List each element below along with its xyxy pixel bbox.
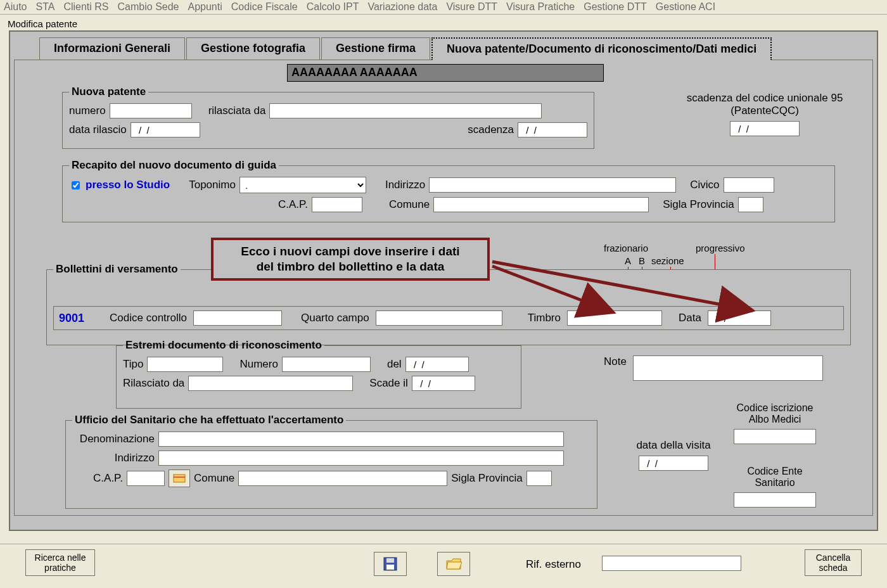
input-cap[interactable]: [312, 197, 362, 212]
menu-gestione-dtt[interactable]: Gestione DTT: [584, 1, 647, 13]
label-data: Data: [679, 312, 701, 324]
input-uff-comune[interactable]: [238, 471, 447, 486]
input-uff-sigla[interactable]: [526, 471, 552, 486]
input-data-visita[interactable]: [639, 456, 708, 471]
tab-gestione-firma[interactable]: Gestione firma: [321, 37, 430, 60]
label-denominazione: Denominazione: [72, 433, 155, 445]
tab-gestione-fotografia[interactable]: Gestione fotografia: [186, 37, 320, 60]
input-scade-il[interactable]: [412, 376, 475, 391]
group-ufficio-sanitario: Ufficio del Sanitario che ha effettuato …: [65, 414, 597, 509]
menu-aiuto[interactable]: Aiuto: [4, 1, 27, 13]
input-data[interactable]: [708, 310, 771, 326]
menu-codice-fiscale[interactable]: Codice Fiscale: [231, 1, 298, 13]
menu-sta[interactable]: STA: [35, 1, 54, 13]
input-albo-medici[interactable]: [734, 429, 816, 444]
input-del[interactable]: [405, 357, 469, 372]
select-toponimo[interactable]: .: [239, 177, 366, 193]
svg-rect-6: [386, 565, 394, 570]
label-ente-2: Sanitario: [721, 477, 829, 489]
label-indirizzo: Indirizzo: [385, 179, 425, 191]
input-data-rilascio[interactable]: [131, 122, 200, 137]
svg-rect-0: [174, 475, 185, 482]
legend-estremi: Estremi documento di riconoscimento: [123, 339, 324, 352]
input-rilasciato-da[interactable]: [188, 376, 353, 391]
name-banner: AAAAAAAA AAAAAAA: [287, 64, 604, 82]
open-button[interactable]: [437, 552, 470, 576]
bottom-bar: Ricerca nellepratiche Rif. esterno Cance…: [0, 544, 887, 588]
bollettini-row: 9001 Codice controllo Quarto campo Timbr…: [53, 306, 844, 330]
group-recapito: Recapito del nuovo documento di guida pr…: [62, 159, 835, 222]
label-cqc-1: scadenza del codice unionale 95: [670, 92, 860, 105]
input-cqc-scadenza[interactable]: [730, 121, 800, 136]
label-toponimo: Toponimo: [189, 179, 236, 191]
label-codice-controllo: Codice controllo: [110, 312, 187, 324]
input-quarto-campo[interactable]: [376, 310, 502, 326]
input-tipo[interactable]: [147, 357, 223, 372]
annot-frazionario: frazionario: [604, 243, 648, 253]
menu-clienti-rs[interactable]: Clienti RS: [63, 1, 108, 13]
tab-nuova-patente[interactable]: Nuova patente/Documento di riconosciment…: [431, 37, 772, 60]
callout-box: Ecco i nuovi campi dove inserire i dati …: [211, 238, 490, 281]
input-scadenza[interactable]: [518, 122, 587, 137]
input-uff-indirizzo[interactable]: [158, 451, 564, 466]
menu-visure-dtt[interactable]: Visure DTT: [446, 1, 497, 13]
menu-variazione-data[interactable]: Variazione data: [367, 1, 437, 13]
input-indirizzo[interactable]: [429, 177, 676, 193]
label-rif-esterno: Rif. esterno: [526, 558, 581, 571]
label-data-rilascio: data rilascio: [69, 124, 127, 136]
input-comune[interactable]: [433, 197, 649, 212]
legend-nuova-patente: Nuova patente: [69, 86, 148, 98]
lookup-cap-button[interactable]: [169, 470, 190, 487]
menu-calcolo-ipt[interactable]: Calcolo IPT: [307, 1, 359, 13]
label-uff-indirizzo: Indirizzo: [72, 452, 155, 464]
ricerca-pratiche-button[interactable]: Ricerca nellepratiche: [25, 549, 95, 576]
input-uff-cap[interactable]: [127, 471, 165, 486]
input-rilasciata-da[interactable]: [269, 103, 542, 118]
window-title: Modifica patente: [0, 15, 887, 30]
label-tipo: Tipo: [123, 358, 143, 371]
floppy-icon: [383, 556, 398, 572]
input-civico[interactable]: [724, 177, 774, 193]
menu-appunti[interactable]: Appunti: [188, 1, 222, 13]
label-rilasciato-da: Rilasciato da: [123, 377, 184, 390]
label-uff-cap: C.A.P.: [72, 472, 123, 485]
label-scadenza: scadenza: [468, 124, 514, 136]
label-numero: numero: [69, 105, 106, 117]
label-comune: Comune: [389, 198, 430, 211]
tab-bar: Informazioni Generali Gestione fotografi…: [39, 37, 872, 60]
label-cqc-2: (PatenteCQC): [670, 105, 860, 117]
tab-body: AAAAAAAA AAAAAAA Nuova patente numero ri…: [14, 60, 873, 516]
label-uff-sigla: Sigla Provincia: [451, 472, 522, 485]
input-ente-sanitario[interactable]: [734, 492, 816, 508]
label-albo-2: Albo Medici: [721, 414, 829, 425]
input-codice-controllo[interactable]: [193, 310, 282, 326]
boll-code: 9001: [59, 312, 84, 325]
label-data-visita: data della visita: [623, 439, 724, 452]
menu-gestione-aci[interactable]: Gestione ACI: [656, 1, 715, 13]
cancella-scheda-button[interactable]: Cancellascheda: [805, 549, 862, 576]
input-sigla-provincia[interactable]: [738, 197, 763, 212]
label-rilasciata-da: rilasciata da: [208, 105, 266, 117]
input-denominazione[interactable]: [158, 431, 564, 447]
group-note: Note: [604, 355, 823, 381]
input-rif-esterno[interactable]: [602, 556, 741, 571]
legend-ufficio: Ufficio del Sanitario che ha effettuato …: [72, 414, 346, 426]
label-presso-studio: presso lo Studio: [86, 179, 170, 191]
label-scade-il: Scade il: [369, 377, 407, 390]
tab-info-generali[interactable]: Informazioni Generali: [39, 37, 185, 60]
input-numero[interactable]: [110, 103, 192, 118]
label-sigla-provincia: Sigla Provincia: [663, 198, 734, 211]
save-button[interactable]: [374, 552, 407, 576]
menu-visura-pratiche[interactable]: Visura Pratiche: [506, 1, 575, 13]
input-numero-doc[interactable]: [282, 357, 371, 372]
group-albo-medici: Codice iscrizione Albo Medici: [721, 402, 829, 444]
textarea-note[interactable]: [633, 355, 823, 381]
checkbox-presso-studio[interactable]: [72, 181, 80, 189]
outer-panel: Informazioni Generali Gestione fotografi…: [9, 30, 878, 531]
menu-cambio-sede[interactable]: Cambio Sede: [118, 1, 179, 13]
group-ente-sanitario: Codice Ente Sanitario: [721, 466, 829, 508]
input-timbro[interactable]: [567, 310, 662, 326]
label-albo-1: Codice iscrizione: [721, 402, 829, 414]
legend-bollettini: Bollettini di versamento: [53, 263, 181, 276]
label-del: del: [387, 358, 402, 371]
